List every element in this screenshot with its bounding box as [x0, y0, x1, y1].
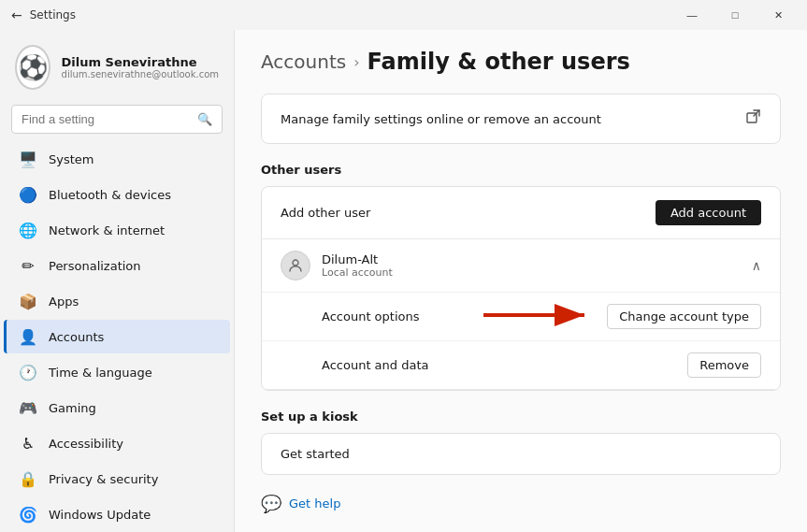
sidebar: ⚽ Dilum Senevirathne dilum.senevirathne@… [0, 30, 234, 532]
app-container: ⚽ Dilum Senevirathne dilum.senevirathne@… [0, 30, 807, 532]
account-options-row: Account options [262, 292, 780, 340]
back-icon[interactable]: ← [11, 7, 22, 22]
user-info: Dilum Senevirathne dilum.senevirathne@ou… [62, 55, 219, 79]
account-header-left: Dilum-Alt Local account [281, 251, 393, 280]
title-bar-controls: — □ ✕ [670, 0, 800, 30]
other-users-card: Add other user Add account [261, 186, 781, 391]
chevron-up-icon[interactable]: ∧ [752, 258, 761, 273]
account-data-row: Account and data Remove [262, 340, 780, 389]
title-bar: ← Settings — □ ✕ [0, 0, 807, 30]
search-input[interactable] [22, 112, 197, 126]
bluetooth-icon: 🔵 [19, 185, 37, 204]
sidebar-item-accessibility[interactable]: ♿ Accessibility [4, 426, 230, 460]
sidebar-label-system: System [49, 152, 94, 166]
red-arrow-icon [480, 304, 592, 329]
nav-section: 🖥️ System 🔵 Bluetooth & devices 🌐 Networ… [0, 141, 234, 532]
kiosk-card: Get started [261, 433, 781, 475]
breadcrumb-current: Family & other users [367, 49, 630, 75]
breadcrumb: Accounts › Family & other users [261, 49, 781, 75]
time-icon: 🕐 [19, 363, 37, 381]
system-icon: 🖥️ [19, 150, 37, 168]
sidebar-item-personalization[interactable]: ✏️ Personalization [4, 249, 230, 282]
sidebar-label-accessibility: Accessibility [49, 437, 123, 451]
sidebar-item-gaming[interactable]: 🎮 Gaming [4, 391, 230, 424]
account-avatar [281, 251, 310, 280]
accessibility-icon: ♿ [19, 434, 37, 453]
close-button[interactable]: ✕ [757, 0, 800, 30]
sidebar-item-accounts[interactable]: 👤 Accounts [4, 320, 230, 353]
avatar: ⚽ [15, 45, 50, 90]
other-users-label: Other users [261, 163, 781, 177]
add-user-row: Add other user Add account [262, 187, 780, 239]
account-options-label: Account options [322, 309, 420, 324]
sidebar-label-personalization: Personalization [49, 259, 141, 273]
get-help-row: 💬 Get help [261, 490, 781, 517]
help-icon: 💬 [261, 494, 281, 513]
sidebar-item-windows-update[interactable]: 🌀 Windows Update [4, 497, 230, 531]
personalization-icon: ✏️ [19, 256, 37, 275]
accounts-icon: 👤 [19, 327, 37, 346]
search-icon: 🔍 [197, 112, 212, 126]
sidebar-label-bluetooth: Bluetooth & devices [49, 188, 171, 202]
gaming-icon: 🎮 [19, 398, 37, 417]
sidebar-item-privacy[interactable]: 🔒 Privacy & security [4, 462, 230, 496]
title-bar-title: Settings [30, 8, 76, 22]
minimize-button[interactable]: — [670, 0, 713, 30]
add-user-label: Add other user [281, 206, 370, 220]
kiosk-section: Set up a kiosk Get started [261, 410, 781, 475]
title-bar-left: ← Settings [11, 7, 76, 22]
family-text: Manage family settings online or remove … [281, 112, 601, 126]
kiosk-row: Get started [262, 434, 780, 474]
sidebar-item-network[interactable]: 🌐 Network & internet [4, 213, 230, 247]
account-header: Dilum-Alt Local account ∧ [262, 239, 780, 292]
sidebar-label-apps: Apps [49, 295, 79, 309]
sidebar-item-apps[interactable]: 📦 Apps [4, 284, 230, 318]
svg-point-1 [293, 260, 298, 266]
change-account-type-button[interactable]: Change account type [607, 304, 761, 329]
account-type: Local account [322, 266, 393, 279]
sidebar-label-network: Network & internet [49, 223, 165, 237]
sidebar-item-bluetooth[interactable]: 🔵 Bluetooth & devices [4, 178, 230, 211]
sidebar-label-windows-update: Windows Update [49, 508, 151, 522]
network-icon: 🌐 [19, 221, 37, 239]
add-account-button[interactable]: Add account [656, 200, 761, 225]
get-started-label: Get started [281, 447, 350, 461]
privacy-icon: 🔒 [19, 469, 37, 488]
content-area: Accounts › Family & other users Manage f… [234, 30, 807, 532]
get-help-link[interactable]: Get help [289, 496, 340, 510]
sidebar-item-system[interactable]: 🖥️ System [4, 142, 230, 176]
sidebar-label-time: Time & language [49, 366, 152, 380]
user-name: Dilum Senevirathne [62, 55, 219, 69]
user-profile: ⚽ Dilum Senevirathne dilum.senevirathne@… [0, 30, 234, 101]
account-info: Dilum-Alt Local account [322, 252, 393, 279]
account-data-label: Account and data [322, 358, 429, 372]
external-link-icon[interactable] [746, 109, 761, 128]
sidebar-label-gaming: Gaming [49, 401, 96, 415]
sidebar-item-time[interactable]: 🕐 Time & language [4, 355, 230, 389]
windows-update-icon: 🌀 [19, 505, 37, 524]
user-email: dilum.senevirathne@outlook.com [62, 69, 219, 79]
account-item: Dilum-Alt Local account ∧ Account option… [262, 239, 780, 390]
remove-button[interactable]: Remove [687, 352, 761, 378]
kiosk-label: Set up a kiosk [261, 410, 781, 424]
maximize-button[interactable]: □ [713, 0, 757, 30]
options-right: Change account type [480, 304, 761, 329]
apps-icon: 📦 [19, 292, 37, 310]
sidebar-label-accounts: Accounts [49, 330, 104, 344]
family-row: Manage family settings online or remove … [262, 94, 780, 143]
breadcrumb-parent[interactable]: Accounts [261, 50, 346, 73]
family-settings-card: Manage family settings online or remove … [261, 93, 781, 144]
sidebar-label-privacy: Privacy & security [49, 472, 158, 486]
other-users-section: Other users Add other user Add account [261, 163, 781, 391]
breadcrumb-separator: › [353, 53, 359, 71]
search-box[interactable]: 🔍 [11, 105, 223, 134]
account-name: Dilum-Alt [322, 252, 393, 266]
